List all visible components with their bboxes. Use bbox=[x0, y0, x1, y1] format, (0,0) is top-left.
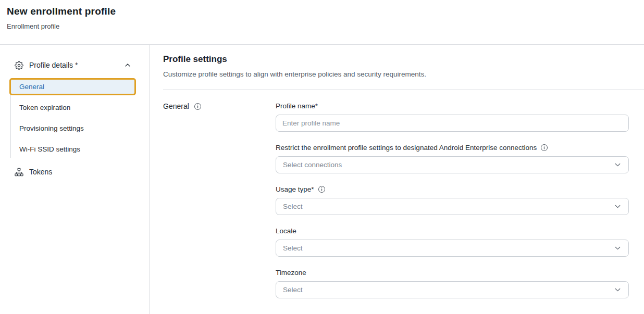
usage-type-select[interactable]: Select bbox=[276, 198, 629, 215]
chevron-up-icon[interactable] bbox=[124, 61, 131, 69]
info-icon[interactable] bbox=[194, 103, 202, 110]
form-section-general: General bbox=[163, 102, 276, 110]
sidebar-subitems: General Token expiration Provisioning se… bbox=[10, 78, 149, 160]
field-usage-type: Usage type* Select bbox=[276, 185, 629, 215]
chevron-down-icon bbox=[614, 161, 622, 169]
connections-select-value: Select connections bbox=[283, 161, 342, 169]
timezone-label-text: Timezone bbox=[276, 269, 306, 277]
timezone-select-value: Select bbox=[283, 286, 303, 294]
restrict-connections-label-text: Restrict the enrollment profile settings… bbox=[276, 144, 537, 152]
usage-type-label: Usage type* bbox=[276, 185, 629, 193]
info-icon[interactable] bbox=[540, 144, 548, 152]
locale-label-text: Locale bbox=[276, 227, 296, 235]
field-restrict-connections: Restrict the enrollment profile settings… bbox=[276, 144, 629, 173]
info-icon[interactable] bbox=[318, 185, 326, 193]
divider bbox=[163, 89, 644, 90]
sidebar-item-wifi-ssid-settings[interactable]: Wi-Fi SSID settings bbox=[10, 139, 149, 160]
locale-select[interactable]: Select bbox=[276, 240, 629, 257]
sidebar-item-tokens[interactable]: Tokens bbox=[0, 165, 149, 179]
chevron-down-icon bbox=[614, 244, 622, 252]
page-body: Profile details * General Token expirati… bbox=[0, 45, 644, 314]
profile-name-label: Profile name* bbox=[276, 102, 629, 110]
sidebar-item-provisioning-settings[interactable]: Provisioning settings bbox=[10, 118, 149, 139]
connections-select[interactable]: Select connections bbox=[276, 156, 629, 173]
locale-label: Locale bbox=[276, 227, 629, 235]
sidebar-group-profile-details[interactable]: Profile details * bbox=[0, 58, 149, 72]
locale-select-value: Select bbox=[283, 244, 303, 252]
gear-icon bbox=[15, 61, 23, 70]
chevron-down-icon bbox=[614, 203, 622, 210]
sidebar-item-token-expiration[interactable]: Token expiration bbox=[10, 97, 149, 118]
section-title: Profile settings bbox=[163, 54, 644, 65]
form-section-label: General bbox=[163, 102, 189, 110]
page-title: New enrollment profile bbox=[7, 6, 637, 17]
field-profile-name: Profile name* bbox=[276, 102, 629, 132]
main-panel: Profile settings Customize profile setti… bbox=[150, 45, 644, 314]
profile-name-input[interactable] bbox=[276, 115, 629, 132]
usage-type-label-text: Usage type* bbox=[276, 185, 314, 193]
usage-type-select-value: Select bbox=[283, 203, 303, 210]
sitemap-icon bbox=[15, 168, 23, 177]
sidebar-item-general[interactable]: General bbox=[9, 78, 136, 95]
profile-name-label-text: Profile name* bbox=[276, 102, 318, 110]
field-locale: Locale Select bbox=[276, 227, 629, 257]
chevron-down-icon bbox=[614, 286, 622, 294]
restrict-connections-label: Restrict the enrollment profile settings… bbox=[276, 144, 629, 152]
timezone-select[interactable]: Select bbox=[276, 281, 629, 298]
sidebar-tokens-label: Tokens bbox=[29, 168, 52, 176]
form-fields: Profile name* Restrict the enrollment pr… bbox=[276, 102, 629, 310]
timezone-label: Timezone bbox=[276, 269, 629, 277]
section-description: Customize profile settings to align with… bbox=[163, 70, 644, 78]
sidebar: Profile details * General Token expirati… bbox=[0, 45, 150, 314]
sidebar-group-label: Profile details * bbox=[29, 61, 124, 69]
page-header: New enrollment profile Enrollment profil… bbox=[0, 0, 644, 45]
form-content: General Profile name* bbox=[163, 102, 644, 310]
field-timezone: Timezone Select bbox=[276, 269, 629, 298]
page-subtitle: Enrollment profile bbox=[7, 22, 637, 30]
